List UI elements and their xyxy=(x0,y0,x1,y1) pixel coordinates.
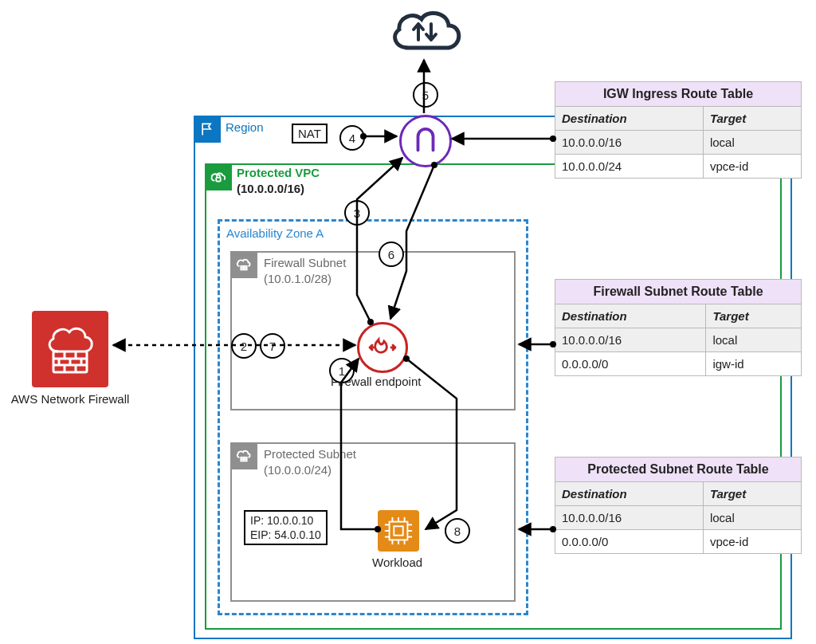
internet-gateway-icon xyxy=(399,115,452,167)
aws-network-firewall-label: AWS Network Firewall xyxy=(6,392,134,406)
col-target: Target xyxy=(703,482,801,506)
step-8: 8 xyxy=(445,518,470,544)
col-target: Target xyxy=(706,304,802,328)
workload-label: Workload xyxy=(372,556,422,569)
subnet-icon xyxy=(230,251,257,278)
igw-route-table-title: IGW Ingress Route Table xyxy=(555,81,802,106)
step-2: 2 xyxy=(231,333,257,359)
col-dest: Destination xyxy=(555,304,706,328)
protected-route-table-title: Protected Subnet Route Table xyxy=(555,457,802,481)
internet-cloud-icon xyxy=(385,3,465,65)
workload-eip: EIP: 54.0.0.10 xyxy=(250,528,321,542)
workload-ip: IP: 10.0.0.10 xyxy=(250,513,321,528)
diagram-canvas: AWS Network Firewall Region Protected VP… xyxy=(0,0,816,644)
step-6: 6 xyxy=(379,242,404,267)
aws-network-firewall-icon xyxy=(32,311,108,387)
table-row: 10.0.0.0/16local xyxy=(555,328,802,352)
table-row: 10.0.0.0/16local xyxy=(555,506,802,530)
firewall-route-table-title: Firewall Subnet Route Table xyxy=(555,279,802,304)
col-target: Target xyxy=(703,107,801,131)
vpc-title: Protected VPC xyxy=(237,166,320,179)
protected-subnet-route-table: Protected Subnet Route Table Destination… xyxy=(555,457,802,554)
region-flag-icon xyxy=(194,116,221,143)
subnet-icon xyxy=(230,442,257,469)
vpc-cidr: (10.0.0.0/16) xyxy=(237,182,304,195)
availability-zone-label: Availability Zone A xyxy=(226,226,324,240)
svg-rect-17 xyxy=(390,522,408,540)
step-3: 3 xyxy=(344,200,370,226)
table-row: 10.0.0.0/16local xyxy=(555,131,802,155)
firewall-subnet-route-table: Firewall Subnet Route Table Destination … xyxy=(555,279,802,376)
region-label: Region xyxy=(226,120,264,134)
vpc-cloud-lock-icon xyxy=(205,163,232,190)
firewall-endpoint-icon xyxy=(357,322,408,373)
firewall-subnet-title: Firewall Subnet xyxy=(264,256,346,269)
col-dest: Destination xyxy=(555,107,704,131)
step-7: 7 xyxy=(260,333,285,359)
step-1: 1 xyxy=(329,358,355,383)
step-5: 5 xyxy=(413,82,438,108)
svg-rect-10 xyxy=(216,178,221,182)
firewall-subnet-cidr: (10.0.1.0/28) xyxy=(264,272,332,285)
table-row: 10.0.0.0/24vpce-id xyxy=(555,155,802,179)
workload-ip-box: IP: 10.0.0.10 EIP: 54.0.0.10 xyxy=(244,510,328,545)
nat-label-box: NAT xyxy=(292,124,328,143)
svg-rect-18 xyxy=(394,526,402,535)
table-row: 0.0.0.0/0vpce-id xyxy=(555,530,802,554)
table-row: 0.0.0.0/0igw-id xyxy=(555,352,802,376)
col-dest: Destination xyxy=(555,482,704,506)
protected-subnet-cidr: (10.0.0.0/24) xyxy=(264,463,332,477)
protected-subnet-title: Protected Subnet xyxy=(264,447,356,461)
workload-instance-icon xyxy=(378,510,419,552)
igw-route-table: IGW Ingress Route Table Destination Targ… xyxy=(555,81,802,179)
step-4: 4 xyxy=(339,125,365,151)
